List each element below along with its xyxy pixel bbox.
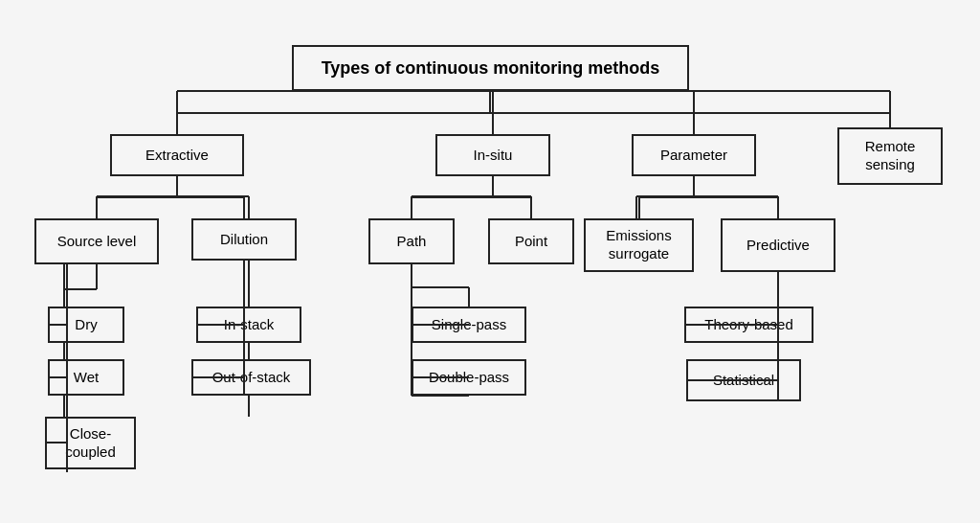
close-coupled-node: Close- coupled [45,417,136,469]
parameter-node: Parameter [632,134,756,176]
point-node: Point [488,218,574,264]
statistical-node: Statistical [686,359,801,401]
title-node: Types of continuous monitoring methods [292,45,689,91]
insitu-node: In-situ [435,134,550,176]
predictive-node: Predictive [721,218,835,272]
remote-sensing-node: Remote sensing [837,127,943,185]
singlepass-node: Single-pass [412,307,526,343]
source-level-node: Source level [34,218,159,264]
emissions-surrogate-node: Emissions surrogate [584,218,694,272]
dry-node: Dry [48,307,124,343]
path-node: Path [368,218,455,264]
instack-node: In-stack [196,307,301,343]
doublepass-node: Double-pass [412,359,526,396]
outofstack-node: Out-of-stack [191,359,311,396]
diagram: Types of continuous monitoring methods E… [0,0,980,523]
dilution-node: Dilution [191,218,297,261]
extractive-node: Extractive [110,134,244,176]
wet-node: Wet [48,359,124,396]
theory-based-node: Theory-based [684,307,813,343]
